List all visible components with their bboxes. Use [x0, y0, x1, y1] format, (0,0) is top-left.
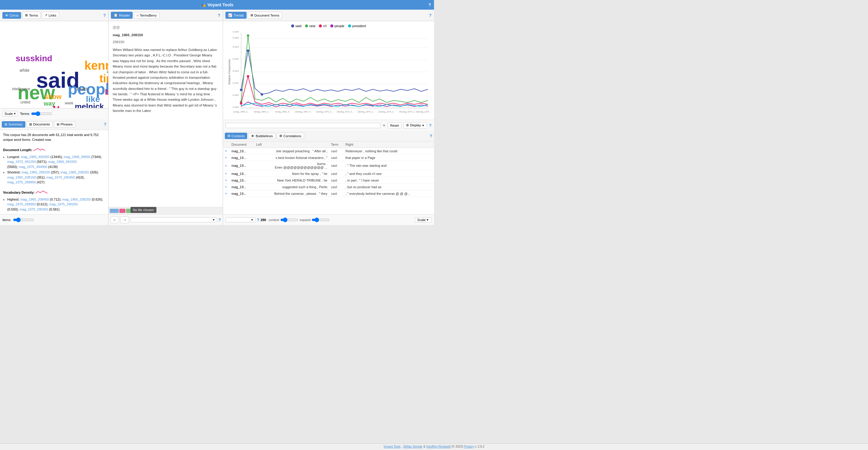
longest-doc-link-3[interactable]: mag_1972_491250 — [7, 160, 36, 163]
shortest-doc-link-1[interactable]: mag_1965_208150 — [22, 171, 50, 174]
doc-cell: mag_19... — [230, 171, 254, 177]
terms-slider[interactable] — [31, 112, 52, 116]
expand-slider[interactable] — [312, 218, 330, 222]
contexts-bottom-toolbar: ▼ ? 280 context expand Scale ▼ — [223, 214, 434, 225]
col-expand — [223, 142, 230, 148]
sub-tab-phrases[interactable]: ⊞ Phrases — [54, 121, 75, 127]
cloud-word-like[interactable]: like — [86, 94, 100, 104]
table-row[interactable]: + mag_19... s best known fictional chara… — [223, 154, 434, 161]
cloud-word-white[interactable]: white — [20, 68, 30, 73]
reader-icon: 📋 — [114, 13, 118, 17]
shortest-doc-link-4[interactable]: mag_1975_290450 — [46, 176, 75, 179]
table-row[interactable]: + mag_19... she stopped preaching . " Af… — [223, 148, 434, 154]
reader-dropdown[interactable]: ▼ No file chosen — [130, 217, 217, 222]
highest-doc-link-4[interactable]: mag_1975_290250 — [49, 202, 78, 206]
sub-tab-summary[interactable]: ⊞ Summary — [2, 121, 25, 127]
reader-doc-num: 208150 — [113, 39, 218, 44]
scale-dropdown[interactable]: Scale ▼ — [2, 111, 18, 116]
app-logo: 🎭 — [201, 2, 206, 7]
sub-tab-documents[interactable]: ⊞ Documents — [27, 121, 53, 127]
tab-cirrus[interactable]: 👁 Cirrus — [2, 12, 21, 19]
tab-trends[interactable]: 📈 Trends — [225, 12, 247, 19]
table-row[interactable]: + mag_19... burns . Even @@@@@@@@@@@@ ..… — [223, 161, 434, 171]
left-help-button[interactable]: ? — [103, 13, 106, 18]
expand-button[interactable]: + — [225, 155, 227, 160]
cloud-word-know[interactable]: know — [107, 70, 108, 74]
summary-bottom-toolbar: items: — [0, 214, 108, 225]
cloud-word-intelligence[interactable]: intelligence — [12, 87, 30, 91]
cloud-word-york[interactable]: york — [107, 80, 108, 85]
cloud-word-kennedy[interactable]: kennedy — [84, 59, 108, 72]
expand-button[interactable]: + — [225, 163, 227, 168]
table-row[interactable]: + mag_19... New York HERALD TRIBUNE . he… — [223, 177, 434, 184]
contexts-icon: ⊞ — [227, 134, 230, 138]
ctx-help-btn[interactable]: ? — [257, 217, 259, 222]
tab-links[interactable]: ↗ Links — [42, 12, 59, 19]
right-panel-toolbar: 📈 Trends ⊞ Document Terms ? — [223, 10, 434, 21]
table-row[interactable]: + mag_19... suggested such a thing , Per… — [223, 184, 434, 190]
tab-terms[interactable]: ⊞ Terms — [22, 12, 41, 19]
left-panel: saidnewpeoplen'tpresidentkennedytimesuss… — [0, 21, 108, 225]
expand-button[interactable]: + — [225, 171, 227, 176]
highest-doc-link-3[interactable]: mag_1975_289950 — [7, 202, 36, 206]
longest-doc-link-5[interactable]: mag_1975_494950 — [19, 165, 47, 169]
right-help-button[interactable]: ? — [429, 13, 432, 18]
tab-document-terms[interactable]: ⊞ Document Terms — [248, 12, 282, 19]
longest-doc-link-4[interactable]: mag_1968_491550 — [48, 160, 77, 163]
expand-button[interactable]: + — [225, 191, 227, 196]
highest-doc-link-5[interactable]: mag_1975_290350 — [20, 208, 48, 211]
cloud-word-way[interactable]: way — [44, 100, 55, 107]
next-button[interactable]: → — [120, 216, 129, 223]
trends-area: said new n't people president — [223, 21, 434, 120]
sub-tab-contexts[interactable]: ⊞ Contexts — [225, 133, 247, 139]
cloud-word-week[interactable]: week — [65, 101, 73, 105]
global-help-button[interactable]: ? — [428, 2, 431, 7]
trends-reset-button[interactable]: Reset — [388, 122, 402, 128]
summary-help-button[interactable]: ? — [104, 122, 106, 127]
context-slider[interactable] — [280, 218, 299, 222]
cloud-word-man[interactable]: man — [77, 86, 87, 92]
highest-doc-link-1[interactable]: mag_1965_208450 — [20, 198, 49, 201]
cloud-word-united[interactable]: united — [21, 100, 30, 104]
shortest-doc-link-2[interactable]: mag_1965_208250 — [61, 171, 89, 174]
contexts-doc-dropdown[interactable]: ▼ — [225, 217, 255, 222]
middle-help-button[interactable]: ? — [218, 13, 220, 18]
said-dot-2 — [247, 50, 249, 52]
left-cell: burns . Even @@@@@@@@@@@@ ... — [254, 161, 329, 171]
trends-display-button[interactable]: ⚙ Display ▼ — [403, 122, 427, 128]
tab-reader[interactable]: 📋 Reader — [111, 12, 133, 19]
cloud-word-show[interactable]: show — [44, 93, 61, 101]
svg-text:Relative Frequencies: Relative Frequencies — [228, 59, 231, 85]
contexts-help-button[interactable]: ? — [430, 133, 432, 139]
table-row[interactable]: + mag_19... Behind the cameras , please … — [223, 190, 434, 197]
expand-button[interactable]: + — [225, 178, 227, 182]
vocab-density-chart — [36, 190, 48, 196]
table-row[interactable]: + mag_19... them for the spray , " he sa… — [223, 171, 434, 177]
trends-legend: said new n't people president — [225, 24, 432, 28]
trends-search-input[interactable] — [225, 123, 381, 128]
expand-button[interactable]: + — [225, 185, 227, 189]
shortest-doc-link-3[interactable]: mag_1965_208150 — [7, 176, 36, 179]
longest-doc-link[interactable]: mag_1965_492050 — [21, 155, 50, 159]
contexts-scale-button[interactable]: Scale ▼ — [415, 217, 432, 222]
prev-button[interactable]: ← — [110, 216, 119, 223]
sub-tab-bubblelines[interactable]: 👁 Bubblelines — [248, 133, 276, 139]
gear-icon: ⚙ — [406, 123, 409, 127]
highest-doc-link-2[interactable]: mag_1965_208250 — [62, 198, 91, 201]
middle-panel-toolbar: 📋 Reader ○ TermsBerry ? — [108, 10, 223, 21]
sub-tab-correlations[interactable]: ⊞ Correlations — [277, 133, 304, 139]
shortest-doc-link-5[interactable]: mag_1975_289850 — [7, 180, 36, 184]
expand-button[interactable]: + — [225, 149, 227, 153]
terms-icon: ⊞ — [25, 13, 28, 17]
items-slider[interactable] — [13, 218, 34, 222]
links-icon: ↗ — [44, 13, 47, 17]
cloud-word-bobby[interactable]: bobby — [105, 87, 108, 97]
tab-termsberry[interactable]: ○ TermsBerry — [134, 12, 159, 19]
trends-help-button[interactable]: ? — [429, 123, 432, 128]
reader-content[interactable]: @@ mag_1965_208150 208150 When Willard W… — [108, 21, 223, 207]
svg-text:13)mag_1970_4...: 13)mag_1970_4... — [316, 111, 333, 113]
cloud-word-susskind[interactable]: susskind — [16, 54, 52, 63]
longest-doc-link-2[interactable]: mag_1968_99950 — [64, 155, 90, 159]
reader-help-button[interactable]: ? — [218, 217, 221, 222]
svg-text:25)mag_1975_2...: 25)mag_1975_2... — [399, 111, 416, 113]
